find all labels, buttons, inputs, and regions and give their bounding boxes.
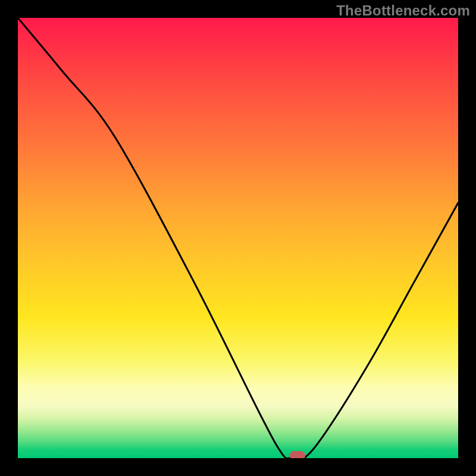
curve-layer bbox=[18, 18, 458, 458]
bottleneck-curve-path bbox=[18, 18, 458, 458]
plot-area bbox=[18, 18, 458, 458]
chart-frame: TheBottleneck.com bbox=[0, 0, 476, 476]
optimal-point-marker bbox=[290, 451, 305, 458]
watermark-text: TheBottleneck.com bbox=[336, 2, 470, 19]
